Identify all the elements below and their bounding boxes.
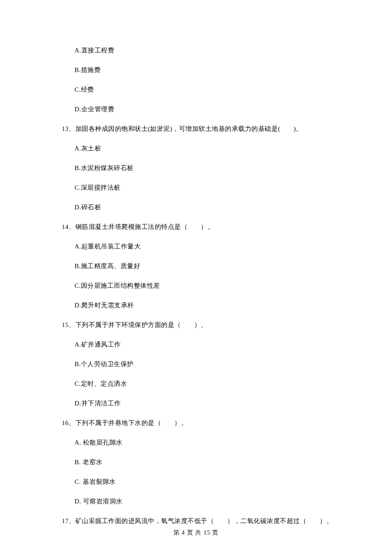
q12-option-c: C.经费 bbox=[75, 85, 333, 94]
q16-option-d: D. 可熔岩溶洞水 bbox=[75, 497, 333, 506]
page-footer: 第 4 页 共 15 页 bbox=[0, 529, 392, 537]
q12-option-a: A.直接工程费 bbox=[75, 46, 333, 55]
q15-text: 15、下列不属于井下环境保护方面的是（ ）。 bbox=[62, 321, 333, 330]
q13-text: 13、加固各种成因的饱和状土(如淤泥)，可增加软土地基的承载力的基础是( )。 bbox=[62, 124, 333, 133]
page: A.直接工程费 B.措施费 C.经费 D.企业管理费 13、加固各种成因的饱和状… bbox=[0, 0, 392, 555]
q15-option-b: B.个人劳动卫生保护 bbox=[75, 360, 333, 369]
q13-option-d: D.碎石桩 bbox=[75, 203, 333, 212]
q15-option-a: A.矿井通风工作 bbox=[75, 340, 333, 349]
q13-option-a: A.灰土桩 bbox=[75, 144, 333, 153]
q13-option-c: C.深层搅拌法桩 bbox=[75, 183, 333, 192]
q16-text: 16、下列不属于井巷地下水的是（ ）。 bbox=[62, 419, 333, 428]
q17-text: 17、矿山采掘工作面的进风流中，氧气浓度不低于（ ），二氧化碳浓度不超过（ ）。 bbox=[62, 517, 333, 526]
q15-option-c: C.定时、定点洒水 bbox=[75, 379, 333, 388]
q14-option-b: B.施工精度高、质量好 bbox=[75, 262, 333, 271]
q16-option-c: C. 基岩裂隙水 bbox=[75, 477, 333, 486]
q12-option-b: B.措施费 bbox=[75, 66, 333, 75]
q14-option-c: C.因分层施工而结构整体性差 bbox=[75, 281, 333, 290]
q13-option-b: B.水泥粉煤灰碎石桩 bbox=[75, 164, 333, 173]
content-area: A.直接工程费 B.措施费 C.经费 D.企业管理费 13、加固各种成因的饱和状… bbox=[62, 46, 333, 536]
q14-option-d: D.爬升时无需支承杆 bbox=[75, 301, 333, 310]
q14-text: 14、钢筋混凝土井塔爬模施工法的特点是（ ）。 bbox=[62, 223, 333, 231]
q15-option-d: D.井下清洁工作 bbox=[75, 399, 333, 408]
q16-option-b: B. 老窑水 bbox=[75, 458, 333, 467]
q14-option-a: A.起重机吊装工作量大 bbox=[75, 242, 333, 251]
q12-option-d: D.企业管理费 bbox=[75, 105, 333, 114]
q16-option-a: A. 松散层孔隙水 bbox=[75, 438, 333, 447]
